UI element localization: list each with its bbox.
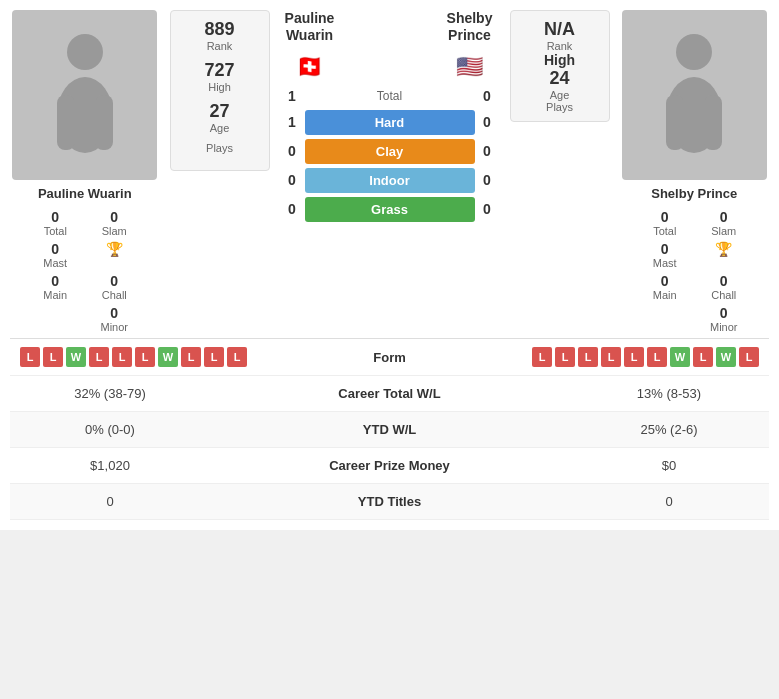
form-badge: L bbox=[624, 347, 644, 367]
player1-minor-label: Minor bbox=[87, 321, 142, 333]
player1-total-label: Total bbox=[28, 225, 83, 237]
svg-point-4 bbox=[676, 34, 712, 70]
clay-score-p2: 0 bbox=[475, 143, 500, 159]
player2-trophy-icon: 🏆 bbox=[696, 241, 751, 269]
stats-left-value: $1,020 bbox=[30, 458, 190, 473]
player1-age-value: 27 bbox=[179, 101, 261, 122]
player2-slam-value: 0 bbox=[696, 209, 751, 225]
player1-high-label: High bbox=[179, 81, 261, 93]
stats-right-value: 0 bbox=[589, 494, 749, 509]
form-badge: L bbox=[204, 347, 224, 367]
player1-slam-stat: 0 Slam bbox=[87, 209, 142, 237]
player2-main-stat: 0 Main bbox=[637, 273, 692, 301]
player1-mast-value: 0 bbox=[28, 241, 83, 257]
hard-score-p2: 0 bbox=[475, 114, 500, 130]
player2-plays-row: Plays bbox=[519, 101, 601, 113]
form-badge: L bbox=[578, 347, 598, 367]
player2-plays-label: Plays bbox=[519, 101, 601, 113]
indoor-score-p2: 0 bbox=[475, 172, 500, 188]
player2-silhouette bbox=[654, 30, 734, 160]
player1-chall-stat: 0 Chall bbox=[87, 273, 142, 301]
player2-chall-label: Chall bbox=[696, 289, 751, 301]
grass-score-p2: 0 bbox=[475, 201, 500, 217]
player1-rank-label: Rank bbox=[179, 40, 261, 52]
indoor-surface-btn[interactable]: Indoor bbox=[305, 168, 475, 193]
player2-name: Shelby Prince bbox=[651, 186, 737, 201]
player2-total-value: 0 bbox=[637, 209, 692, 225]
player2-stats: 0 Total 0 Slam 0 Mast 🏆 0 Main bbox=[620, 209, 770, 333]
stats-row: $1,020Career Prize Money$0 bbox=[10, 448, 769, 484]
total-label: Total bbox=[305, 89, 475, 103]
main-container: Pauline Wuarin 0 Total 0 Slam 0 Mast 🏆 bbox=[0, 0, 779, 530]
player2-chall-stat: 0 Chall bbox=[696, 273, 751, 301]
grass-score-p1: 0 bbox=[280, 201, 305, 217]
player1-name: Pauline Wuarin bbox=[38, 186, 132, 201]
player1-minor-value: 0 bbox=[87, 305, 142, 321]
player1-info-box: 889 Rank 727 High 27 Age Plays bbox=[170, 10, 270, 171]
form-badge: L bbox=[89, 347, 109, 367]
center-top: 889 Rank 727 High 27 Age Plays bbox=[170, 10, 610, 226]
player2-total-label: Total bbox=[637, 225, 692, 237]
player1-mast-label: Mast bbox=[28, 257, 83, 269]
p2-flag-emoji: 🇺🇸 bbox=[456, 54, 483, 79]
p1-flag: 🇨🇭 bbox=[280, 54, 340, 80]
form-badge: L bbox=[135, 347, 155, 367]
p2-name-text: Shelby Prince bbox=[440, 10, 500, 44]
player1-mast-stat: 0 Mast bbox=[28, 241, 83, 269]
player1-form-badges: LLWLLLWLLL bbox=[20, 347, 247, 367]
p1-name-center: Pauline Wuarin bbox=[280, 10, 340, 44]
form-label: Form bbox=[373, 350, 406, 365]
top-section: Pauline Wuarin 0 Total 0 Slam 0 Mast 🏆 bbox=[10, 10, 769, 333]
svg-rect-6 bbox=[666, 95, 684, 150]
grass-score-row: 0 Grass 0 bbox=[280, 197, 500, 222]
player2-chall-value: 0 bbox=[696, 273, 751, 289]
player1-slam-value: 0 bbox=[87, 209, 142, 225]
player1-main-value: 0 bbox=[28, 273, 83, 289]
total-score-row: 1 Total 0 bbox=[280, 88, 500, 104]
player1-main-label: Main bbox=[28, 289, 83, 301]
stats-left-value: 0 bbox=[30, 494, 190, 509]
total-score-p2: 0 bbox=[475, 88, 500, 104]
player1-chall-value: 0 bbox=[87, 273, 142, 289]
player1-trophy-icon: 🏆 bbox=[87, 241, 142, 269]
player1-main-stat: 0 Main bbox=[28, 273, 83, 301]
player1-avatar bbox=[12, 10, 157, 180]
player1-high-value: 727 bbox=[179, 60, 261, 81]
form-badge: L bbox=[181, 347, 201, 367]
player2-age-row: 24 Age bbox=[519, 68, 601, 101]
form-badge: L bbox=[739, 347, 759, 367]
stats-center-label: Career Prize Money bbox=[300, 458, 480, 473]
player2-mast-label: Mast bbox=[637, 257, 692, 269]
player-names-row: Pauline Wuarin Shelby Prince bbox=[280, 10, 500, 44]
grass-surface-btn[interactable]: Grass bbox=[305, 197, 475, 222]
svg-rect-2 bbox=[57, 95, 75, 150]
stats-right-value: 25% (2-6) bbox=[589, 422, 749, 437]
total-score-p1: 1 bbox=[280, 88, 305, 104]
hard-surface-btn[interactable]: Hard bbox=[305, 110, 475, 135]
svg-point-0 bbox=[67, 34, 103, 70]
clay-score-row: 0 Clay 0 bbox=[280, 139, 500, 164]
player2-minor-label: Minor bbox=[696, 321, 751, 333]
player2-slam-label: Slam bbox=[696, 225, 751, 237]
player2-rank-value: N/A bbox=[519, 19, 601, 40]
form-badge: L bbox=[647, 347, 667, 367]
player2-minor-value: 0 bbox=[696, 305, 751, 321]
player1-age-row: 27 Age bbox=[179, 101, 261, 134]
form-badge: L bbox=[20, 347, 40, 367]
player1-total-value: 0 bbox=[28, 209, 83, 225]
scores-panel: Pauline Wuarin Shelby Prince 🇨🇭 🇺🇸 bbox=[280, 10, 500, 226]
player1-plays-label: Plays bbox=[179, 142, 261, 154]
p1-name-text: Pauline Wuarin bbox=[280, 10, 340, 44]
stats-row: 0% (0-0)YTD W/L25% (2-6) bbox=[10, 412, 769, 448]
stats-row: 32% (38-79)Career Total W/L13% (8-53) bbox=[10, 376, 769, 412]
p1-flag-emoji: 🇨🇭 bbox=[296, 54, 323, 79]
trophy2-icon: 🏆 bbox=[696, 241, 751, 257]
svg-rect-7 bbox=[704, 95, 722, 150]
stats-center-label: YTD Titles bbox=[300, 494, 480, 509]
clay-surface-btn[interactable]: Clay bbox=[305, 139, 475, 164]
stats-right-value: 13% (8-53) bbox=[589, 386, 749, 401]
form-badge: L bbox=[601, 347, 621, 367]
stats-center-label: Career Total W/L bbox=[300, 386, 480, 401]
player1-high-row: 727 High bbox=[179, 60, 261, 93]
player2-main-label: Main bbox=[637, 289, 692, 301]
